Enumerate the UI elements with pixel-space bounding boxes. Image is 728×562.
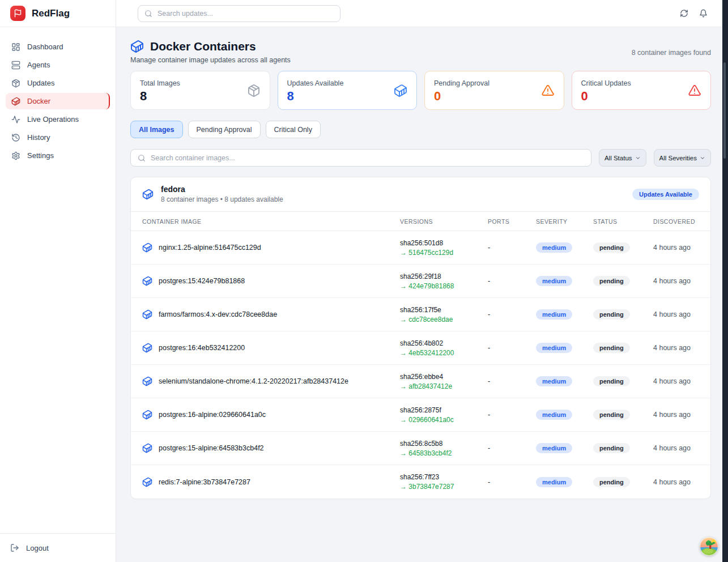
group-meta: 8 container images • 8 updates available bbox=[161, 195, 283, 203]
alert-triangle-icon bbox=[688, 84, 701, 97]
container-icon bbox=[130, 40, 144, 53]
discovered-time: 4 hours ago bbox=[653, 277, 710, 285]
island-extension-icon[interactable] bbox=[700, 537, 718, 556]
scrollbar-thumb[interactable] bbox=[723, 62, 726, 159]
gear-icon bbox=[11, 151, 20, 160]
global-search-input[interactable]: Search updates... bbox=[138, 5, 340, 22]
version-update: → 4eb532412200 bbox=[400, 348, 488, 357]
sidebar-item-docker[interactable]: Docker bbox=[6, 93, 110, 109]
container-search-placeholder: Search container images... bbox=[151, 154, 235, 162]
brand-name: RedFlag bbox=[32, 8, 70, 19]
table-row[interactable]: selenium/standalone-chrome:4.1.2-2022021… bbox=[131, 365, 710, 398]
discovered-time: 4 hours ago bbox=[653, 244, 710, 252]
history-icon bbox=[11, 133, 20, 142]
ports: - bbox=[488, 344, 536, 352]
container-icon bbox=[142, 376, 152, 386]
table-row[interactable]: redis:7-alpine:3b73847e7287 sha256:7ff23… bbox=[131, 465, 710, 499]
version-current: sha256:ebbe4 bbox=[400, 372, 488, 381]
version-current: sha256:2875f bbox=[400, 406, 488, 415]
server-icon bbox=[11, 61, 20, 70]
container-icon bbox=[142, 410, 152, 420]
brand-logo-flag-icon bbox=[10, 6, 25, 21]
sidebar-item-history[interactable]: History bbox=[6, 129, 110, 146]
version-update: → 029660641a0c bbox=[400, 415, 488, 424]
container-search-input[interactable]: Search container images... bbox=[130, 149, 591, 167]
container-icon bbox=[142, 242, 152, 253]
image-group-card: fedora 8 container images • 8 updates av… bbox=[130, 177, 711, 499]
logout-button[interactable]: Logout bbox=[0, 533, 116, 562]
status-badge: pending bbox=[593, 376, 630, 386]
tab-pending-approval[interactable]: Pending Approval bbox=[188, 121, 261, 138]
sidebar-item-settings[interactable]: Settings bbox=[6, 147, 110, 164]
col-ports: Ports bbox=[488, 218, 536, 225]
discovered-time: 4 hours ago bbox=[653, 478, 710, 486]
page-scrollbar[interactable] bbox=[722, 0, 728, 562]
severity-badge: medium bbox=[536, 477, 572, 487]
version-current: sha256:29f18 bbox=[400, 272, 488, 281]
sidebar-item-agents[interactable]: Agents bbox=[6, 57, 110, 73]
chevron-down-icon bbox=[635, 155, 641, 161]
version-update: → afb28437412e bbox=[400, 382, 488, 391]
container-icon bbox=[142, 309, 152, 320]
image-name: farmos/farmos:4.x-dev:cdc78cee8dae bbox=[159, 310, 277, 318]
stat-value: 8 bbox=[140, 89, 180, 104]
page-title: Docker Containers bbox=[150, 40, 256, 53]
stat-value: 0 bbox=[434, 89, 489, 104]
image-name: redis:7-alpine:3b73847e7287 bbox=[159, 478, 250, 486]
severity-badge: medium bbox=[536, 410, 572, 420]
sidebar-item-label: Updates bbox=[27, 79, 54, 87]
dashboard-icon bbox=[11, 42, 20, 52]
table-row[interactable]: postgres:16-alpine:029660641a0c sha256:2… bbox=[131, 398, 710, 432]
tab-all-images[interactable]: All Images bbox=[130, 121, 183, 138]
sidebar-item-label: Live Operations bbox=[27, 115, 79, 124]
discovered-time: 4 hours ago bbox=[653, 310, 710, 318]
status-badge: pending bbox=[593, 443, 630, 453]
status-badge: pending bbox=[593, 343, 630, 353]
ports: - bbox=[488, 444, 536, 452]
version-current: sha256:17f5e bbox=[400, 305, 488, 314]
stats-row: Total Images8 Updates Available8 Pending… bbox=[130, 71, 711, 110]
version-current: sha256:4b802 bbox=[400, 339, 488, 348]
severity-badge: medium bbox=[536, 443, 572, 453]
sidebar-item-updates[interactable]: Updates bbox=[6, 75, 110, 91]
ports: - bbox=[488, 310, 536, 318]
bell-icon[interactable] bbox=[699, 9, 708, 18]
table-row[interactable]: farmos/farmos:4.x-dev:cdc78cee8dae sha25… bbox=[131, 298, 710, 331]
brand: RedFlag bbox=[0, 0, 116, 27]
version-update: → 424e79b81868 bbox=[400, 282, 488, 291]
image-name: postgres:16:4eb532412200 bbox=[159, 344, 245, 352]
status-badge: pending bbox=[593, 477, 630, 487]
table-row[interactable]: nginx:1.25-alpine:516475cc129d sha256:50… bbox=[131, 231, 710, 265]
stat-label: Critical Updates bbox=[581, 79, 631, 87]
sidebar-item-label: Agents bbox=[27, 61, 50, 69]
table-row[interactable]: postgres:16:4eb532412200 sha256:4b802→ 4… bbox=[131, 331, 710, 365]
severity-select[interactable]: All Severities bbox=[654, 149, 711, 167]
sidebar-nav: Dashboard Agents Updates Docker Live Ope… bbox=[0, 27, 116, 533]
refresh-icon[interactable] bbox=[680, 9, 688, 18]
image-name: nginx:1.25-alpine:516475cc129d bbox=[159, 244, 261, 252]
group-title: fedora bbox=[161, 185, 283, 194]
group-header: fedora 8 container images • 8 updates av… bbox=[131, 177, 710, 211]
status-badge: pending bbox=[593, 276, 630, 286]
container-icon bbox=[142, 443, 152, 453]
tab-critical-only[interactable]: Critical Only bbox=[266, 121, 321, 138]
global-search-placeholder: Search updates... bbox=[157, 10, 213, 18]
image-name: postgres:16-alpine:029660641a0c bbox=[159, 411, 266, 419]
image-name: selenium/standalone-chrome:4.1.2-2022021… bbox=[159, 377, 348, 385]
container-icon bbox=[394, 84, 407, 97]
status-select[interactable]: All Status bbox=[599, 149, 646, 167]
table-row[interactable]: postgres:15:424e79b81868 sha256:29f18→ 4… bbox=[131, 265, 710, 298]
severity-badge: medium bbox=[536, 343, 572, 353]
sidebar-item-label: History bbox=[27, 133, 50, 142]
discovered-time: 4 hours ago bbox=[653, 444, 710, 452]
sidebar-item-live-operations[interactable]: Live Operations bbox=[6, 111, 110, 127]
ports: - bbox=[488, 411, 536, 419]
severity-badge: medium bbox=[536, 276, 572, 286]
discovered-time: 4 hours ago bbox=[653, 344, 710, 352]
sidebar-item-dashboard[interactable]: Dashboard bbox=[6, 39, 110, 55]
stat-card-updates-available: Updates Available8 bbox=[278, 71, 418, 110]
table-row[interactable]: postgres:15-alpine:64583b3cb4f2 sha256:8… bbox=[131, 432, 710, 465]
ports: - bbox=[488, 478, 536, 486]
stat-card-pending-approval: Pending Approval0 bbox=[424, 71, 564, 110]
activity-icon bbox=[11, 115, 20, 124]
